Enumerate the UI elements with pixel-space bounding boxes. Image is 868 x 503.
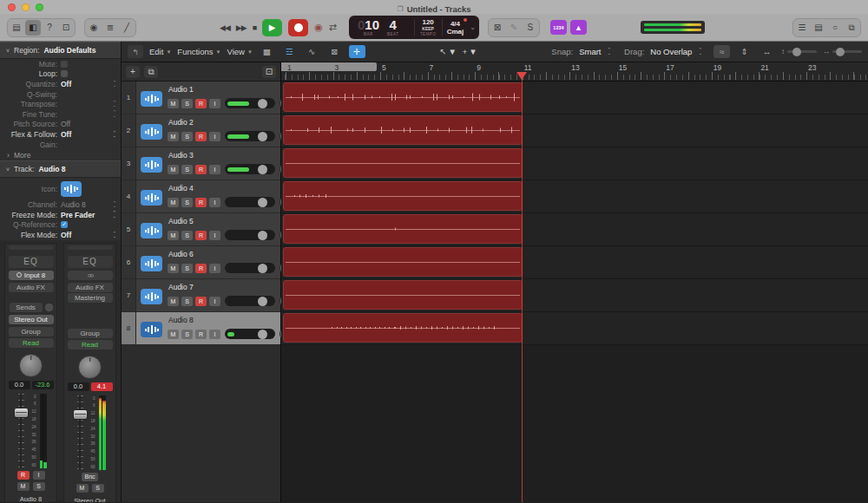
- track-lane[interactable]: [281, 213, 868, 246]
- sends-slot[interactable]: Sends: [10, 303, 43, 312]
- inspector-row[interactable]: Channel:Audio 8⌃⌄: [0, 199, 121, 210]
- track-header-config-button[interactable]: ⊡: [262, 66, 276, 78]
- list-editors-icon[interactable]: ☰: [794, 20, 810, 36]
- horizontal-zoom-slider[interactable]: ↔: [823, 48, 862, 56]
- track-icon[interactable]: [141, 91, 162, 107]
- fader-cap[interactable]: [74, 410, 87, 419]
- forward-button[interactable]: ▶▶: [236, 23, 247, 32]
- editors-icon[interactable]: ╱: [119, 20, 135, 36]
- audio-fx-slot-2[interactable]: Mastering: [68, 293, 113, 303]
- audio-region[interactable]: [283, 280, 523, 310]
- checkbox[interactable]: [61, 70, 68, 77]
- volume-slider[interactable]: [225, 263, 275, 273]
- track-row[interactable]: 7 Audio 7 M S R I: [122, 279, 280, 312]
- inspector-row[interactable]: Flex & Follow:Off⌃⌄: [0, 129, 121, 140]
- input-monitoring-button[interactable]: I: [209, 231, 220, 240]
- pencil-icon[interactable]: ✎: [506, 20, 522, 36]
- stepper-icon[interactable]: ⌃⌄: [112, 82, 116, 88]
- volume-slider-knob[interactable]: [258, 330, 267, 339]
- playhead-marker[interactable]: [516, 72, 527, 80]
- audio-region[interactable]: [283, 115, 523, 145]
- volume-slider-knob[interactable]: [258, 198, 267, 207]
- input-monitoring-button[interactable]: I: [209, 165, 220, 174]
- region-grid-icon[interactable]: ▦: [259, 45, 275, 58]
- inspector-row[interactable]: Mute:: [0, 59, 121, 69]
- input-monitoring-button[interactable]: I: [209, 99, 220, 108]
- mute-button[interactable]: M: [168, 198, 179, 207]
- mute-button[interactable]: M: [168, 330, 179, 339]
- duplicate-track-button[interactable]: ⧉: [144, 66, 158, 78]
- stepper-icon[interactable]: ⌃⌄: [112, 232, 116, 238]
- drag-stepper-icon[interactable]: ⌃⌄: [698, 49, 702, 55]
- record-enable-button[interactable]: R: [195, 231, 207, 240]
- group-slot[interactable]: Group: [9, 327, 54, 336]
- audio-region[interactable]: [283, 313, 523, 343]
- lcd-tempo[interactable]: 120 KEEP TEMPO: [414, 18, 441, 36]
- mute-button[interactable]: M: [168, 132, 179, 141]
- inspector-row[interactable]: Q-Swing:: [0, 89, 121, 100]
- inspector-row[interactable]: Transpose:⌃⌄: [0, 99, 121, 109]
- track-icon[interactable]: [141, 223, 162, 238]
- track-lane[interactable]: [281, 147, 868, 180]
- marquee-icon[interactable]: ⊠: [326, 45, 343, 58]
- record-enable-button[interactable]: R: [195, 132, 207, 141]
- solo-button[interactable]: S: [181, 165, 193, 174]
- volume-slider[interactable]: [225, 164, 275, 174]
- stepper-icon[interactable]: ⌃⌄: [112, 111, 116, 117]
- track-icon[interactable]: [141, 190, 162, 206]
- track-name[interactable]: Audio 2: [168, 118, 293, 127]
- track-inspector-header[interactable]: ˅ Track: Audio 8: [0, 160, 121, 178]
- lcd-chevron-down-icon[interactable]: ⌄: [470, 23, 476, 31]
- track-lane[interactable]: [281, 246, 868, 279]
- drag-value[interactable]: No Overlap: [650, 47, 692, 56]
- record-enable-button[interactable]: R: [195, 297, 207, 306]
- track-lane[interactable]: [281, 279, 868, 312]
- solo-mode-icon[interactable]: S: [523, 20, 538, 36]
- vertical-auto-zoom-icon[interactable]: ⇕: [736, 45, 753, 58]
- record-button[interactable]: [288, 19, 308, 36]
- track-row[interactable]: 3 Audio 3 M S R I: [122, 147, 280, 180]
- mute-button[interactable]: M: [76, 484, 89, 493]
- playhead-line[interactable]: [522, 74, 523, 502]
- peak-level-value[interactable]: -23.6: [32, 381, 54, 389]
- inspector-row[interactable]: Icon:: [0, 178, 121, 199]
- mute-button[interactable]: M: [168, 231, 179, 240]
- peak-level-value-clipping[interactable]: 4.1: [91, 382, 113, 391]
- inspector-row[interactable]: Pitch Source:Off: [0, 120, 121, 130]
- track-name[interactable]: Audio 4: [168, 184, 293, 193]
- track-lane[interactable]: [281, 180, 868, 213]
- mixer-icon[interactable]: ≣: [102, 20, 118, 36]
- eq-slot[interactable]: EQ: [68, 256, 113, 268]
- play-button[interactable]: ▶: [262, 19, 282, 36]
- record-enable-button[interactable]: R: [195, 264, 207, 273]
- track-row[interactable]: 1 Audio 1 M S R I: [122, 82, 280, 114]
- volume-slider[interactable]: [225, 296, 275, 306]
- volume-slider[interactable]: [225, 197, 275, 207]
- volume-fader[interactable]: [16, 394, 27, 468]
- view-menu[interactable]: View▼: [227, 47, 252, 56]
- group-slot[interactable]: Group: [68, 329, 113, 338]
- input-slot[interactable]: Input 8: [9, 271, 54, 280]
- setting-button[interactable]: [68, 245, 113, 250]
- audio-fx-slot[interactable]: Audio FX: [68, 283, 113, 292]
- record-enable-button[interactable]: R: [195, 330, 207, 339]
- solo-button[interactable]: S: [92, 484, 104, 493]
- volume-value[interactable]: 0.0: [9, 381, 30, 389]
- send-knob[interactable]: [45, 304, 53, 311]
- rewind-button[interactable]: ◀◀: [220, 23, 230, 32]
- metronome-icon[interactable]: ▲: [570, 20, 587, 35]
- record-enable-button[interactable]: R: [195, 99, 207, 108]
- stepper-icon[interactable]: ⌃⌄: [112, 101, 116, 108]
- solo-button[interactable]: S: [181, 231, 193, 240]
- track-name[interactable]: Audio 1: [168, 85, 293, 94]
- solo-button[interactable]: S: [181, 264, 193, 273]
- inspector-row[interactable]: Fine Tune:⌃⌄: [0, 109, 121, 120]
- region-inspector-header[interactable]: ˅ Region: Audio Defaults: [0, 42, 121, 59]
- track-row[interactable]: 4 Audio 4 M S R I: [122, 180, 280, 213]
- setting-button[interactable]: [9, 245, 54, 250]
- output-slot[interactable]: Stereo Out: [9, 315, 54, 324]
- track-row[interactable]: 8 Audio 8 M S R I: [122, 312, 280, 345]
- fader-cap[interactable]: [15, 408, 28, 417]
- volume-slider[interactable]: [225, 230, 275, 240]
- toolbar-toggle-icon[interactable]: ⊡: [58, 20, 74, 36]
